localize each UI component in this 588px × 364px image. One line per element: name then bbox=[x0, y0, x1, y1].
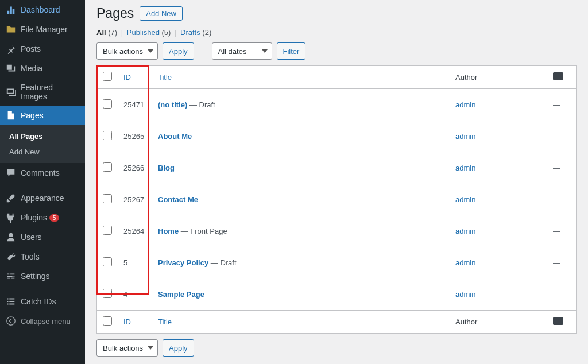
row-title-link[interactable]: Home bbox=[158, 227, 179, 235]
row-checkbox[interactable] bbox=[103, 289, 112, 298]
submenu-item-all-pages[interactable]: All Pages bbox=[0, 129, 85, 144]
col-header-comments[interactable] bbox=[547, 66, 576, 89]
row-author-link[interactable]: admin bbox=[455, 195, 475, 204]
row-author-link[interactable]: admin bbox=[455, 290, 475, 299]
sidebar-item-appearance[interactable]: Appearance bbox=[0, 188, 85, 208]
col-footer-author[interactable]: Author bbox=[450, 310, 547, 333]
row-title-suffix: — Draft bbox=[208, 258, 236, 267]
col-footer-title[interactable]: Title bbox=[158, 317, 172, 326]
row-title-link[interactable]: Privacy Policy bbox=[158, 258, 208, 267]
row-id: 25265 bbox=[118, 121, 152, 152]
user-icon bbox=[6, 232, 16, 242]
row-id: 25266 bbox=[118, 152, 152, 184]
sidebar-item-pages[interactable]: Pages bbox=[0, 106, 85, 125]
sidebar-item-label: Posts bbox=[21, 44, 41, 53]
row-author-link[interactable]: admin bbox=[455, 258, 475, 267]
sidebar-item-dashboard[interactable]: Dashboard bbox=[0, 0, 85, 20]
submenu-item-add-new[interactable]: Add New bbox=[0, 144, 85, 160]
col-header-id[interactable]: ID bbox=[123, 73, 131, 82]
add-new-button[interactable]: Add New bbox=[140, 6, 183, 21]
main-content: Pages Add New All (7) | Published (5) | … bbox=[85, 0, 588, 364]
col-footer-id[interactable]: ID bbox=[123, 317, 131, 326]
table-row: 25471(no title) — Draftadmin— bbox=[97, 89, 576, 121]
sidebar-item-featured-images[interactable]: Featured Images bbox=[0, 78, 85, 106]
filter-published[interactable]: Published (5) bbox=[127, 28, 171, 37]
row-title-link[interactable]: Contact Me bbox=[158, 195, 198, 204]
col-header-author[interactable]: Author bbox=[450, 66, 547, 89]
row-checkbox[interactable] bbox=[103, 162, 112, 172]
sidebar-item-label: Catch IDs bbox=[21, 297, 56, 306]
apply-bulk-button-bottom[interactable]: Apply bbox=[163, 339, 194, 357]
row-author-link[interactable]: admin bbox=[455, 100, 475, 109]
sidebar-item-label: Dashboard bbox=[21, 5, 60, 14]
plugins-update-badge: 5 bbox=[49, 214, 60, 222]
row-id: 25471 bbox=[118, 89, 152, 121]
svg-point-0 bbox=[7, 317, 15, 325]
apply-bulk-button[interactable]: Apply bbox=[163, 42, 194, 60]
sidebar-item-catch-ids[interactable]: Catch IDs bbox=[0, 292, 85, 311]
row-title-link[interactable]: Blog bbox=[158, 164, 175, 172]
sidebar-item-file-manager[interactable]: File Manager bbox=[0, 20, 85, 39]
filter-button[interactable]: Filter bbox=[277, 42, 306, 60]
table-row: 25264Home — Front Pageadmin— bbox=[97, 215, 576, 247]
row-comments: — bbox=[553, 258, 560, 267]
bulk-actions-select-bottom[interactable]: Bulk actions bbox=[96, 339, 158, 357]
sidebar-item-label: Media bbox=[21, 64, 42, 73]
row-checkbox[interactable] bbox=[103, 99, 112, 109]
dates-filter-select[interactable]: All dates bbox=[212, 42, 272, 60]
col-footer-comments[interactable] bbox=[547, 310, 576, 333]
select-all-checkbox-footer[interactable] bbox=[103, 316, 112, 326]
collapse-menu[interactable]: Collapse menu bbox=[0, 311, 85, 331]
table-row: 25267Contact Meadmin— bbox=[97, 184, 576, 215]
sidebar-item-posts[interactable]: Posts bbox=[0, 39, 85, 59]
collapse-icon bbox=[6, 316, 16, 326]
row-comments: — bbox=[553, 290, 560, 299]
row-comments: — bbox=[553, 227, 560, 235]
sidebar-item-comments[interactable]: Comments bbox=[0, 163, 85, 183]
sidebar-item-label: Pages bbox=[21, 111, 44, 120]
row-comments: — bbox=[553, 100, 560, 109]
filter-drafts[interactable]: Drafts (2) bbox=[180, 28, 211, 37]
row-checkbox[interactable] bbox=[103, 257, 112, 266]
row-id: 25267 bbox=[118, 184, 152, 215]
collapse-label: Collapse menu bbox=[21, 317, 71, 326]
comment-icon bbox=[553, 72, 563, 80]
row-title-link[interactable]: (no title) bbox=[158, 100, 187, 109]
sliders-icon bbox=[6, 271, 16, 281]
sidebar-item-label: Featured Images bbox=[21, 83, 79, 101]
col-header-title[interactable]: Title bbox=[158, 73, 172, 82]
table-row: 4Sample Pageadmin— bbox=[97, 278, 576, 310]
row-checkbox[interactable] bbox=[103, 194, 112, 203]
row-title-link[interactable]: About Me bbox=[158, 132, 192, 141]
sidebar-item-users[interactable]: Users bbox=[0, 227, 85, 247]
bulk-actions-select[interactable]: Bulk actions bbox=[96, 42, 158, 60]
sidebar-item-label: Plugins bbox=[21, 213, 47, 222]
row-author-link[interactable]: admin bbox=[455, 132, 475, 141]
sidebar-item-label: Tools bbox=[21, 252, 40, 261]
plug-icon bbox=[6, 212, 16, 223]
row-checkbox[interactable] bbox=[103, 131, 112, 140]
table-row: 25266Blogadmin— bbox=[97, 152, 576, 184]
filter-all[interactable]: All bbox=[96, 28, 106, 37]
row-id: 25264 bbox=[118, 215, 152, 247]
row-author-link[interactable]: admin bbox=[455, 164, 475, 172]
sidebar-item-label: Users bbox=[21, 233, 42, 242]
sidebar-item-media[interactable]: Media bbox=[0, 59, 85, 78]
row-title-suffix: — Draft bbox=[187, 100, 215, 109]
row-title-link[interactable]: Sample Page bbox=[158, 290, 204, 299]
row-checkbox[interactable] bbox=[103, 226, 112, 235]
sidebar-item-plugins[interactable]: Plugins 5 bbox=[0, 208, 85, 227]
images-icon bbox=[6, 87, 16, 97]
select-all-checkbox[interactable] bbox=[103, 72, 112, 81]
row-comments: — bbox=[553, 132, 560, 141]
sidebar-item-tools[interactable]: Tools bbox=[0, 247, 85, 266]
sidebar-item-label: File Manager bbox=[21, 25, 68, 34]
comment-icon bbox=[6, 168, 16, 178]
sidebar-item-settings[interactable]: Settings bbox=[0, 266, 85, 286]
pages-table: ID Title Author 25471(no title) — Drafta… bbox=[96, 65, 577, 334]
page-icon bbox=[6, 110, 16, 121]
pin-icon bbox=[6, 44, 16, 54]
table-row: 25265About Meadmin— bbox=[97, 121, 576, 152]
row-author-link[interactable]: admin bbox=[455, 227, 475, 235]
row-comments: — bbox=[553, 164, 560, 172]
